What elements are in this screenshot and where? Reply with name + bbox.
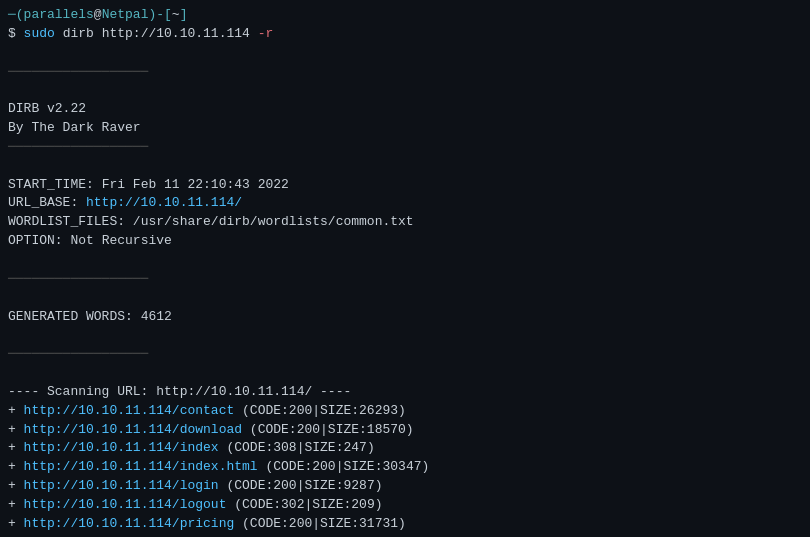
prompt-at: @ <box>94 7 102 22</box>
blank7 <box>8 364 802 383</box>
result-6: + http://10.10.11.114/logout (CODE:302|S… <box>8 496 802 515</box>
result-code-2: (CODE:200|SIZE:18570) <box>242 422 414 437</box>
blank6 <box>8 326 802 345</box>
divider4: ────────────────── <box>8 345 802 364</box>
result-4: + http://10.10.11.114/index.html (CODE:2… <box>8 458 802 477</box>
url-base-label: URL_BASE: <box>8 195 86 210</box>
result-plus-2: + <box>8 422 24 437</box>
prompt-path: ~ <box>172 7 180 22</box>
result-code-6: (CODE:302|SIZE:209) <box>226 497 382 512</box>
command-sudo: sudo <box>24 26 55 41</box>
prompt-suffix: )-[ <box>148 7 171 22</box>
blank2 <box>8 81 802 100</box>
divider1: ────────────────── <box>8 63 802 82</box>
divider2: ────────────────── <box>8 138 802 157</box>
generated-value: 4612 <box>141 309 172 324</box>
start-time-value: Fri Feb 11 22:10:43 2022 <box>102 177 289 192</box>
option-label: OPTION: <box>8 233 70 248</box>
result-3: + http://10.10.11.114/index (CODE:308|SI… <box>8 439 802 458</box>
result-7: + http://10.10.11.114/pricing (CODE:200|… <box>8 515 802 534</box>
option-line: OPTION: Not Recursive <box>8 232 802 251</box>
wordlist-line: WORDLIST_FILES: /usr/share/dirb/wordlist… <box>8 213 802 232</box>
prompt-dollar: $ <box>8 26 24 41</box>
blank1 <box>8 44 802 63</box>
result-5: + http://10.10.11.114/login (CODE:200|SI… <box>8 477 802 496</box>
result-2: + http://10.10.11.114/download (CODE:200… <box>8 421 802 440</box>
command-space: dirb http://10.10.11.114 <box>55 26 258 41</box>
result-1: + http://10.10.11.114/contact (CODE:200|… <box>8 402 802 421</box>
blank5 <box>8 289 802 308</box>
result-plus-4: + <box>8 459 24 474</box>
blank4 <box>8 251 802 270</box>
command-line: $ sudo dirb http://10.10.11.114 -r <box>8 25 802 44</box>
prompt-close: ] <box>180 7 188 22</box>
result-url-4: http://10.10.11.114/index.html <box>24 459 258 474</box>
result-code-5: (CODE:200|SIZE:9287) <box>219 478 383 493</box>
command-flag: -r <box>258 26 274 41</box>
result-code-7: (CODE:200|SIZE:31731) <box>234 516 406 531</box>
result-plus-1: + <box>8 403 24 418</box>
result-code-3: (CODE:308|SIZE:247) <box>219 440 375 455</box>
blank3 <box>8 157 802 176</box>
terminal-window: ─(parallels@Netpal)-[~] $ sudo dirb http… <box>0 0 810 537</box>
result-url-5: http://10.10.11.114/login <box>24 478 219 493</box>
result-url-6: http://10.10.11.114/logout <box>24 497 227 512</box>
url-base-line: URL_BASE: http://10.10.11.114/ <box>8 194 802 213</box>
result-url-3: http://10.10.11.114/index <box>24 440 219 455</box>
prompt-user: parallels <box>24 7 94 22</box>
result-url-7: http://10.10.11.114/pricing <box>24 516 235 531</box>
prompt-line: ─(parallels@Netpal)-[~] <box>8 6 802 25</box>
result-url-2: http://10.10.11.114/download <box>24 422 242 437</box>
wordlist-label: WORDLIST_FILES: <box>8 214 133 229</box>
result-url-1: http://10.10.11.114/contact <box>24 403 235 418</box>
result-plus-6: + <box>8 497 24 512</box>
dirb-version: DIRB v2.22 <box>8 100 802 119</box>
by-line: By The Dark Raver <box>8 119 802 138</box>
prompt-host: Netpal <box>102 7 149 22</box>
url-base-value: http://10.10.11.114/ <box>86 195 242 210</box>
start-time-line: START_TIME: Fri Feb 11 22:10:43 2022 <box>8 176 802 195</box>
result-plus-5: + <box>8 478 24 493</box>
generated-label: GENERATED WORDS: <box>8 309 141 324</box>
prompt-prefix: ─( <box>8 7 24 22</box>
scanning-line: ---- Scanning URL: http://10.10.11.114/ … <box>8 383 802 402</box>
start-time-label: START_TIME: <box>8 177 102 192</box>
result-plus-3: + <box>8 440 24 455</box>
result-plus-7: + <box>8 516 24 531</box>
generated-line: GENERATED WORDS: 4612 <box>8 308 802 327</box>
result-code-1: (CODE:200|SIZE:26293) <box>234 403 406 418</box>
option-value: Not Recursive <box>70 233 171 248</box>
result-code-4: (CODE:200|SIZE:30347) <box>258 459 430 474</box>
result-8: + http://10.10.11.114/profile (CODE:500|… <box>8 534 802 537</box>
wordlist-value: /usr/share/dirb/wordlists/common.txt <box>133 214 414 229</box>
divider3: ────────────────── <box>8 270 802 289</box>
